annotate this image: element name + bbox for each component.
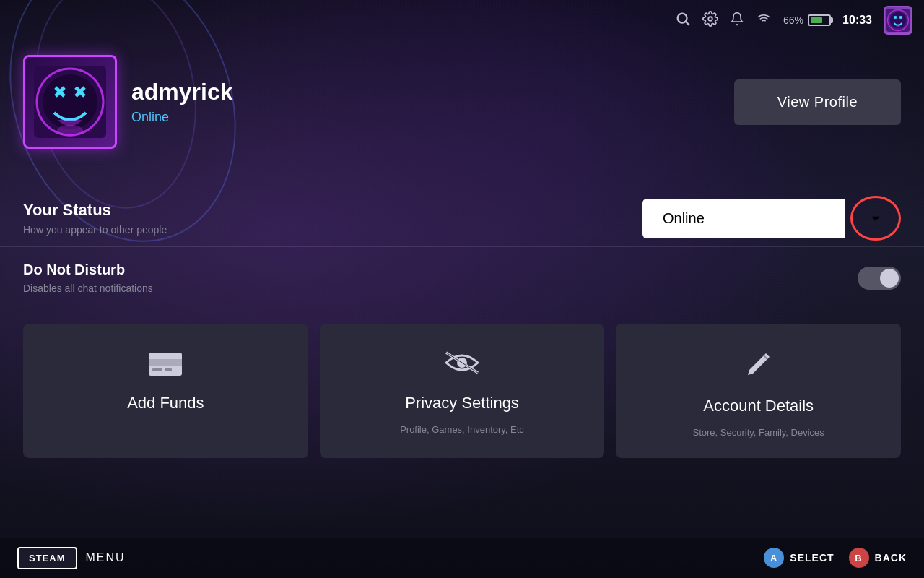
add-funds-title: Add Funds	[127, 394, 204, 413]
svg-rect-21	[152, 368, 162, 371]
privacy-settings-subtitle: Profile, Games, Inventory, Etc	[400, 424, 524, 435]
broadcast-icon[interactable]	[756, 12, 772, 29]
wallet-icon	[149, 350, 182, 382]
battery-bar	[808, 14, 831, 26]
back-label: BACK	[875, 552, 907, 564]
steam-menu: STEAM MENU	[17, 547, 126, 569]
your-status-description: How you appear to other people	[23, 224, 167, 236]
toggle-knob	[880, 269, 899, 288]
dnd-title: Do Not Disturb	[23, 262, 153, 278]
main-content: admyrick Online View Profile Your Status…	[0, 40, 924, 473]
battery-fill	[811, 17, 822, 23]
profile-info: admyrick Online	[131, 79, 233, 125]
divider-3	[0, 309, 924, 309]
profile-left: admyrick Online	[23, 55, 233, 149]
account-details-subtitle: Store, Security, Family, Devices	[693, 427, 824, 438]
account-details-title: Account Details	[703, 397, 814, 415]
bottom-actions: A SELECT B BACK	[764, 548, 907, 568]
avatar-large	[23, 55, 117, 149]
a-button[interactable]: A	[764, 548, 784, 568]
search-icon[interactable]	[675, 11, 691, 30]
privacy-settings-card[interactable]: Privacy Settings Profile, Games, Invento…	[320, 324, 605, 458]
b-button[interactable]: B	[849, 548, 869, 568]
username-display: admyrick	[131, 79, 233, 105]
svg-rect-20	[149, 359, 182, 366]
battery-indicator: 66%	[783, 14, 831, 26]
time-display: 10:33	[842, 14, 872, 27]
status-dropdown-container: Online	[642, 196, 901, 241]
privacy-settings-title: Privacy Settings	[405, 394, 519, 413]
svg-line-1	[686, 22, 689, 25]
menu-label: MENU	[86, 551, 126, 564]
your-status-section: Your Status How you appear to other peop…	[23, 178, 901, 246]
profile-section: admyrick Online View Profile	[23, 55, 901, 149]
eye-slash-icon	[443, 350, 481, 382]
svg-rect-22	[165, 368, 172, 371]
svg-point-2	[708, 17, 712, 21]
topbar: 66% 10:33	[0, 0, 924, 40]
dnd-description: Disables all chat notifications	[23, 282, 153, 294]
your-status-title: Your Status	[23, 201, 167, 220]
cards-section: Add Funds Privacy Settings Profile, Game…	[23, 324, 901, 458]
select-action: A SELECT	[764, 548, 834, 568]
bottom-bar: STEAM MENU A SELECT B BACK	[0, 538, 924, 578]
account-details-card[interactable]: Account Details Store, Security, Family,…	[616, 324, 901, 458]
dnd-toggle[interactable]	[858, 267, 901, 290]
profile-status: Online	[131, 110, 233, 125]
dnd-section: Do Not Disturb Disables all chat notific…	[23, 247, 901, 309]
back-action: B BACK	[849, 548, 907, 568]
status-dropdown-value[interactable]: Online	[642, 199, 845, 238]
settings-icon[interactable]	[702, 11, 718, 30]
pencil-icon	[744, 350, 773, 385]
status-left: Your Status How you appear to other peop…	[23, 201, 167, 236]
dnd-left: Do Not Disturb Disables all chat notific…	[23, 262, 153, 294]
topbar-avatar[interactable]	[884, 6, 912, 35]
add-funds-card[interactable]: Add Funds	[23, 324, 308, 458]
svg-point-0	[678, 13, 687, 22]
battery-percent-label: 66%	[783, 14, 803, 26]
steam-button[interactable]: STEAM	[17, 547, 77, 569]
view-profile-button[interactable]: View Profile	[734, 79, 901, 125]
status-dropdown-button[interactable]	[850, 196, 901, 241]
select-label: SELECT	[790, 552, 834, 564]
notification-icon[interactable]	[730, 11, 744, 30]
